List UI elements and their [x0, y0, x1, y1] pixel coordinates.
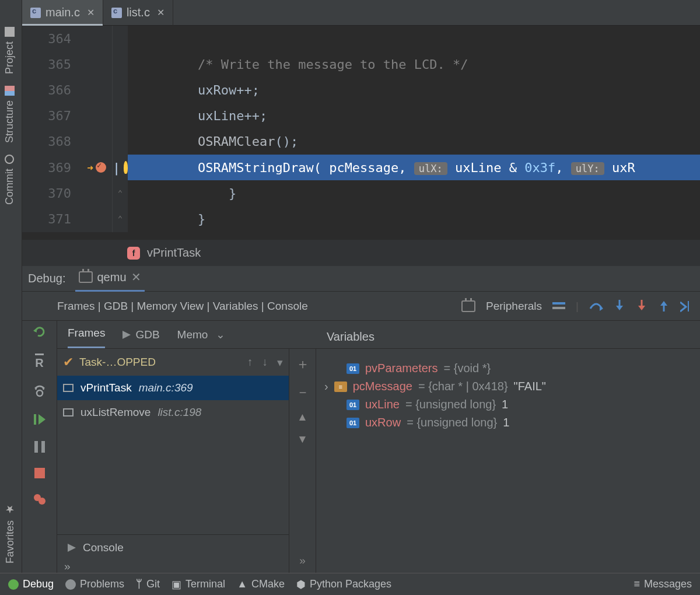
fold-end-icon[interactable]: ⌃ — [118, 188, 123, 198]
code-line[interactable]: 366 uxRow++; — [22, 77, 700, 103]
code-line[interactable]: 365 /* Write the message to the LCD. */ — [22, 51, 700, 77]
tab-label: main.c — [46, 6, 80, 19]
variable-row[interactable]: 01 uxLine = {unsigned long} 1 — [324, 396, 692, 414]
tab-main-c[interactable]: main.c ✕ — [22, 0, 103, 26]
intention-bulb-icon[interactable] — [124, 161, 128, 174]
statusbar-cmake[interactable]: ▲CMake — [237, 578, 285, 590]
console-collapsed[interactable]: Console — [57, 534, 289, 560]
code-line[interactable]: 367 uxLine++; — [22, 103, 700, 129]
code-line[interactable]: 369➜| OSRAMStringDraw( pcMessage, ulX: u… — [22, 155, 700, 180]
breakpoint-icon[interactable] — [96, 162, 106, 173]
code-line[interactable]: 371⌃ } — [22, 206, 700, 232]
down-icon[interactable]: ▼ — [297, 433, 308, 446]
statusbar-python-packages[interactable]: ⬢Python Packages — [296, 578, 391, 591]
next-frame-icon[interactable]: ↓ — [262, 356, 268, 369]
resume-icon[interactable] — [34, 413, 46, 426]
bug-icon — [8, 579, 19, 590]
add-watch-icon[interactable]: ＋ — [296, 355, 310, 373]
statusbar-problems[interactable]: Problems — [65, 578, 124, 590]
expand-icon[interactable]: » — [299, 554, 306, 567]
messages-icon: ≡ — [634, 578, 640, 590]
statusbar-messages[interactable]: ≡Messages — [634, 578, 692, 590]
tab-frames[interactable]: Frames — [68, 327, 105, 348]
debug-body: R Frames GDB Memo⌄ ✔ — [22, 321, 700, 573]
variable-row[interactable]: 01 pvParameters = {void *} — [324, 359, 692, 377]
statusbar-terminal[interactable]: ▣Terminal — [172, 578, 225, 591]
inlay-hint: ulY: — [571, 162, 604, 175]
debugger-layout-bar: Frames | GDB | Memory View | Variables |… — [22, 292, 700, 321]
svg-rect-9 — [41, 441, 45, 453]
terminal-icon: ▣ — [172, 578, 181, 591]
array-badge-icon: ≡ — [334, 382, 347, 392]
variables-pane: Variables 01 pvParameters = {void *} ›≡ … — [316, 349, 700, 573]
chevron-right-icon[interactable]: › — [324, 380, 328, 393]
debug-header: Debug: qemu ✕ — [22, 266, 700, 292]
code-line[interactable]: 368 OSRAMClear(); — [22, 129, 700, 155]
view-breakpoints-icon[interactable] — [33, 494, 46, 505]
chevron-down-icon[interactable]: ▾ — [277, 356, 283, 369]
step-out-icon[interactable] — [658, 300, 670, 313]
info-icon — [65, 579, 76, 590]
svg-point-12 — [38, 498, 46, 505]
svg-rect-1 — [552, 307, 565, 309]
peripherals-button[interactable]: Peripherals — [486, 300, 542, 313]
layout-labels[interactable]: Frames | GDB | Memory View | Variables |… — [57, 300, 308, 313]
chip-icon — [79, 271, 93, 283]
c-file-icon — [111, 8, 122, 18]
cmake-icon: ▲ — [237, 578, 247, 590]
toolwindow-project[interactable]: Project — [0, 21, 19, 80]
step-over-icon[interactable] — [589, 300, 603, 312]
inlay-hint: ulX: — [414, 162, 447, 175]
remove-watch-icon[interactable]: － — [296, 383, 310, 401]
close-icon[interactable]: ✕ — [131, 270, 141, 284]
breadcrumb-label: vPrintTask — [147, 246, 201, 260]
up-icon[interactable]: ▲ — [297, 411, 308, 424]
fold-end-icon[interactable]: ⌃ — [118, 214, 123, 223]
stack-frame[interactable]: vPrintTask main.c:369 — [57, 376, 289, 400]
variables-gutter: ＋ － ▲ ▼ » — [289, 349, 316, 573]
tab-gdb[interactable]: GDB — [123, 328, 159, 348]
branch-icon: ᛘ — [136, 578, 142, 590]
debug-title: Debug: — [28, 272, 66, 285]
stack-frame[interactable]: uxListRemove list.c:198 — [57, 400, 289, 425]
restart-frame-icon[interactable]: R — [35, 354, 43, 370]
tab-memory[interactable]: Memo⌄ — [177, 328, 226, 348]
frame-icon — [63, 384, 74, 392]
statusbar-debug[interactable]: Debug — [8, 578, 54, 590]
prev-frame-icon[interactable]: ↑ — [247, 356, 253, 369]
variable-row[interactable]: 01 uxRow = {unsigned long} 1 — [324, 414, 692, 432]
statusbar-git[interactable]: ᛘGit — [136, 578, 160, 590]
play-icon — [68, 544, 76, 552]
structure-icon — [5, 86, 15, 96]
debug-actions-bar: R — [22, 321, 57, 573]
layout-settings-icon[interactable] — [552, 301, 565, 312]
variable-row[interactable]: ›≡ pcMessage = {char * | 0x418} "FAIL" — [324, 377, 692, 396]
svg-rect-0 — [552, 302, 565, 304]
toolwindow-commit[interactable]: Commit — [0, 149, 19, 211]
stop-icon[interactable] — [34, 468, 45, 478]
toolwindow-favorites[interactable]: Favorites★ — [0, 498, 20, 569]
rerun-icon[interactable] — [33, 326, 46, 338]
thread-selector[interactable]: ✔ Task-…OPPED ↑ ↓ ▾ — [57, 349, 289, 376]
force-step-into-icon[interactable] — [636, 300, 648, 313]
code-editor[interactable]: 364 365 /* Write the message to the LCD.… — [22, 26, 700, 266]
svg-rect-7 — [34, 414, 36, 425]
tab-list-c[interactable]: list.c ✕ — [103, 0, 173, 26]
check-icon: ✔ — [63, 355, 74, 370]
code-line[interactable]: 364 — [22, 26, 700, 51]
packages-icon: ⬢ — [296, 578, 306, 591]
toolwindow-structure[interactable]: Structure — [0, 80, 19, 149]
run-config-tab[interactable]: qemu ✕ — [75, 265, 145, 292]
expand-icon[interactable]: » — [57, 560, 289, 573]
close-icon[interactable]: ✕ — [87, 7, 94, 18]
close-icon[interactable]: ✕ — [157, 7, 164, 18]
step-into-icon[interactable] — [614, 300, 625, 313]
primitive-badge-icon: 01 — [346, 400, 359, 410]
variables-title: Variables — [324, 330, 692, 351]
pause-icon[interactable] — [34, 441, 45, 453]
breadcrumb[interactable]: f vPrintTask — [22, 239, 700, 266]
code-line[interactable]: 370⌃ } — [22, 180, 700, 206]
c-file-icon — [30, 8, 41, 18]
run-to-cursor-icon[interactable] — [680, 300, 693, 313]
settings-icon[interactable] — [33, 385, 46, 398]
